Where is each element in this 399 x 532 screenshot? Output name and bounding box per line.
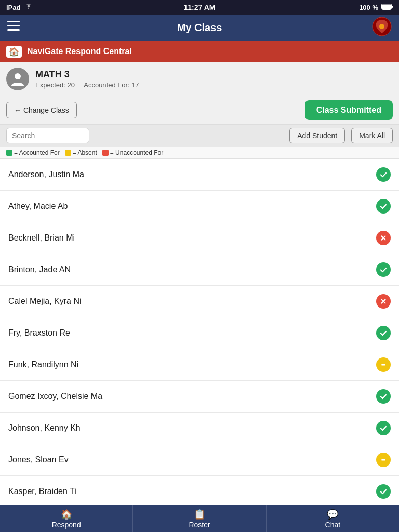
svg-rect-2 (7, 21, 20, 22)
legend-absent: = Absent (65, 149, 97, 156)
svg-rect-19 (381, 459, 385, 461)
student-name: Gomez Ixcoy, Chelsie Ma (8, 392, 102, 401)
status-icon (376, 167, 391, 182)
status-icon (376, 262, 391, 277)
student-name: Athey, Macie Ab (8, 202, 68, 211)
status-icon (376, 453, 391, 467)
table-row[interactable]: Fry, Braxston Re (0, 317, 399, 349)
legend-row: = Accounted For = Absent = Unaccounted F… (0, 147, 399, 159)
svg-point-11 (379, 265, 388, 274)
table-row[interactable]: Calel Mejia, Kyra Ni (0, 286, 399, 317)
tab-roster[interactable]: 📋Roster (133, 505, 266, 532)
svg-point-6 (379, 24, 384, 29)
svg-point-9 (379, 202, 388, 211)
legend-red-dot (102, 150, 109, 156)
toolbar-row: ← Change Class Class Submitted (0, 96, 399, 125)
legend-accounted-label: = Accounted For (14, 149, 60, 156)
table-row[interactable]: Gomez Ixcoy, Chelsie Ma (0, 381, 399, 413)
search-row: Add Student Mark All (0, 125, 399, 147)
legend-yellow-dot (65, 150, 71, 156)
svg-point-7 (15, 73, 21, 79)
class-submitted-button[interactable]: Class Submitted (305, 100, 393, 120)
mark-all-button[interactable]: Mark All (351, 128, 393, 143)
student-name: Becknell, Brian Mi (8, 233, 75, 243)
status-icon (376, 357, 391, 372)
respond-icon: 🏠 (61, 509, 72, 520)
svg-rect-3 (7, 25, 20, 26)
student-name: Brinton, Jade AN (8, 265, 71, 274)
svg-rect-1 (382, 4, 391, 9)
home-icon: 🏠 (6, 46, 22, 58)
table-row[interactable]: Johnson, Kenny Kh (0, 413, 399, 444)
status-icon (376, 389, 391, 404)
page-title: My Class (177, 22, 222, 34)
svg-point-17 (379, 423, 388, 433)
tab-label: Respond (52, 521, 81, 529)
status-device: iPad (6, 4, 20, 11)
class-name: MATH 3 (35, 69, 139, 80)
class-info-row: MATH 3 Expected: 20 Accounted For: 17 (0, 62, 399, 96)
legend-absent-label: = Absent (73, 149, 97, 156)
svg-point-8 (379, 170, 388, 179)
class-details: MATH 3 Expected: 20 Accounted For: 17 (35, 69, 139, 89)
legend-green-dot (6, 150, 12, 156)
status-icon (376, 326, 391, 340)
table-row[interactable]: Funk, Randilynn Ni (0, 349, 399, 381)
battery-label: 100 % (359, 4, 378, 11)
student-list: Anderson, Justin MaAthey, Macie AbBeckne… (0, 159, 399, 532)
svg-point-13 (379, 328, 388, 338)
action-buttons: Add Student Mark All (289, 128, 393, 143)
accounted-count: Accounted For: 17 (84, 81, 139, 89)
table-row[interactable]: Kasper, Braiden Ti (0, 476, 399, 508)
status-icon (376, 231, 391, 245)
tab-chat[interactable]: 💬Chat (267, 505, 399, 532)
status-time: 11:27 AM (184, 3, 216, 11)
change-class-button[interactable]: ← Change Class (6, 102, 77, 118)
student-name: Kasper, Braiden Ti (8, 487, 76, 496)
table-row[interactable]: Jones, Sloan Ev (0, 444, 399, 476)
student-name: Anderson, Justin Ma (8, 170, 84, 179)
tab-respond[interactable]: 🏠Respond (0, 505, 133, 532)
nav-bar: My Class (0, 15, 399, 41)
table-row[interactable]: Anderson, Justin Ma (0, 159, 399, 191)
student-name: Fry, Braxston Re (8, 328, 70, 338)
legend-accounted: = Accounted For (6, 149, 60, 156)
table-row[interactable]: Becknell, Brian Mi (0, 222, 399, 254)
student-name: Jones, Sloan Ev (8, 455, 69, 464)
table-row[interactable]: Athey, Macie Ab (0, 191, 399, 222)
table-row[interactable]: Brinton, Jade AN (0, 254, 399, 286)
avatar (6, 68, 29, 90)
status-bar: iPad 11:27 AM 100 % (0, 0, 399, 15)
svg-point-16 (379, 392, 388, 401)
wifi-icon (24, 4, 33, 11)
chat-icon: 💬 (327, 509, 338, 520)
menu-icon[interactable] (7, 21, 20, 34)
roster-icon: 📋 (194, 509, 205, 520)
student-name: Funk, Randilynn Ni (8, 360, 78, 369)
status-icon (376, 484, 391, 499)
tab-bar: 🏠Respond📋Roster💬Chat (0, 505, 399, 532)
legend-unaccounted: = Unaccounted For (102, 149, 163, 156)
student-name: Calel Mejia, Kyra Ni (8, 297, 81, 306)
svg-rect-4 (7, 29, 20, 31)
expected-count: Expected: 20 (35, 81, 75, 89)
status-icon (376, 199, 391, 214)
class-header-bar: 🏠 NaviGate Respond Central (0, 41, 399, 62)
add-student-button[interactable]: Add Student (289, 128, 345, 143)
status-icon (376, 421, 391, 435)
status-icon (376, 294, 391, 309)
svg-rect-15 (381, 364, 385, 366)
class-meta: Expected: 20 Accounted For: 17 (35, 81, 139, 89)
battery-icon (381, 4, 393, 11)
legend-unaccounted-label: = Unaccounted For (110, 149, 163, 156)
tab-label: Roster (189, 521, 210, 529)
svg-point-20 (379, 487, 388, 496)
app-name-label: NaviGate Respond Central (27, 47, 132, 56)
student-name: Johnson, Kenny Kh (8, 423, 81, 433)
app-logo-icon (372, 17, 392, 38)
tab-label: Chat (325, 521, 341, 529)
search-input[interactable] (6, 128, 89, 143)
